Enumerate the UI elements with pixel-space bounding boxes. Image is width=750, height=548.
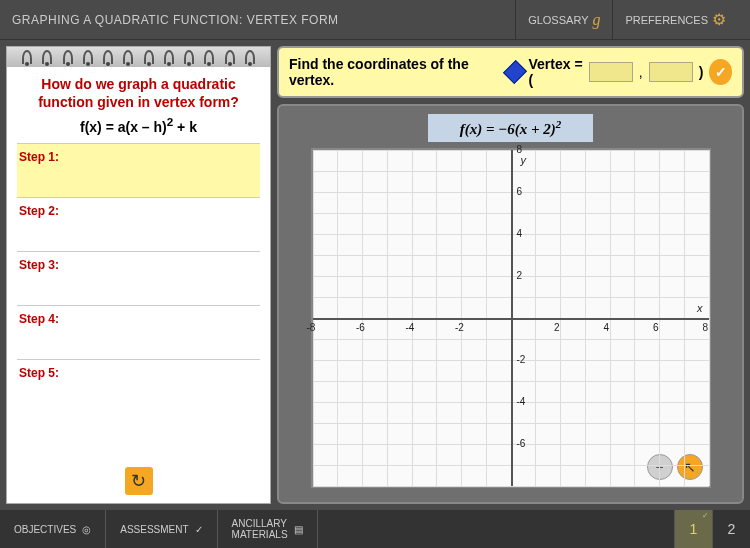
refresh-icon: ↻ [131, 470, 146, 492]
objectives-tab[interactable]: OBJECTIVES ◎ [0, 510, 106, 548]
step-4[interactable]: Step 4: [17, 305, 260, 359]
check-icon: ✓ [715, 64, 727, 80]
notepad-question: How do we graph a quadratic function giv… [17, 75, 260, 111]
equation-bar: f(x) = −6(x + 2)2 [428, 114, 594, 142]
glossary-label: GLOSSARY [528, 14, 588, 26]
page-2-button[interactable]: 2 [712, 510, 750, 548]
comma-label: , [639, 64, 643, 80]
ancillary-label: ANCILLARY MATERIALS [232, 518, 288, 540]
glossary-icon: g [592, 11, 600, 29]
reset-button[interactable]: ↻ [125, 467, 153, 495]
assessment-label: ASSESSMENT [120, 524, 188, 535]
vertex-y-input[interactable] [649, 62, 693, 82]
step-5[interactable]: Step 5: [17, 359, 260, 413]
check-answer-button[interactable]: ✓ [709, 59, 732, 85]
preferences-button[interactable]: PREFERENCES ⚙ [612, 0, 738, 39]
cursor-icon: ↖ [684, 459, 696, 475]
diamond-icon [503, 60, 527, 84]
prompt-bar: Find the coordinates of the vertex. Vert… [277, 46, 744, 98]
spiral-binding [7, 47, 270, 67]
pager: 1 2 [674, 510, 750, 548]
page-title: GRAPHING A QUADRATIC FUNCTION: VERTEX FO… [12, 13, 515, 27]
close-paren: ) [699, 64, 704, 80]
coordinate-plane[interactable]: + ↖ -8-6-4-22468-6-4-22468xy [311, 148, 711, 488]
prompt-text: Find the coordinates of the vertex. [289, 56, 488, 88]
notepad-equation: f(x) = a(x – h)2 + k [17, 115, 260, 135]
glossary-button[interactable]: GLOSSARY g [515, 0, 612, 39]
page-1-button[interactable]: 1 [674, 510, 712, 548]
preferences-label: PREFERENCES [625, 14, 708, 26]
pointer-tool[interactable]: ↖ [677, 454, 703, 480]
bottom-bar: OBJECTIVES ◎ ASSESSMENT ✓ ANCILLARY MATE… [0, 510, 750, 548]
vertex-x-input[interactable] [589, 62, 633, 82]
step-1[interactable]: Step 1: [17, 143, 260, 197]
target-icon: ◎ [82, 524, 91, 535]
graph-tools: + ↖ [647, 454, 703, 480]
notepad-panel: How do we graph a quadratic function giv… [6, 46, 271, 504]
step-2[interactable]: Step 2: [17, 197, 260, 251]
graph-card: f(x) = −6(x + 2)2 + ↖ -8-6-4-22468-6-4-2… [277, 104, 744, 504]
assessment-tab[interactable]: ASSESSMENT ✓ [106, 510, 217, 548]
objectives-label: OBJECTIVES [14, 524, 76, 535]
vertex-label: Vertex = ( [528, 56, 582, 88]
check-icon: ✓ [195, 524, 203, 535]
gear-icon: ⚙ [712, 10, 726, 29]
top-bar: GRAPHING A QUADRATIC FUNCTION: VERTEX FO… [0, 0, 750, 40]
document-icon: ▤ [294, 524, 303, 535]
step-3[interactable]: Step 3: [17, 251, 260, 305]
ancillary-tab[interactable]: ANCILLARY MATERIALS ▤ [218, 510, 318, 548]
